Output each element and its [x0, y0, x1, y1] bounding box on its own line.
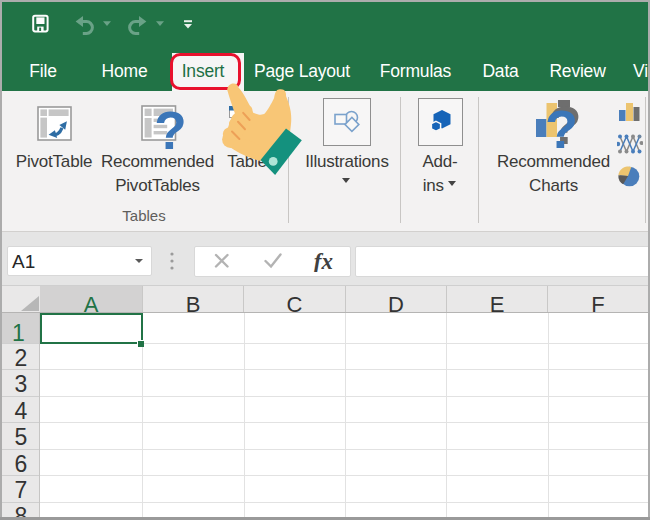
svg-text:?: ? [545, 99, 578, 151]
svg-text:fx: fx [314, 251, 333, 272]
svg-text:?: ? [154, 105, 185, 151]
